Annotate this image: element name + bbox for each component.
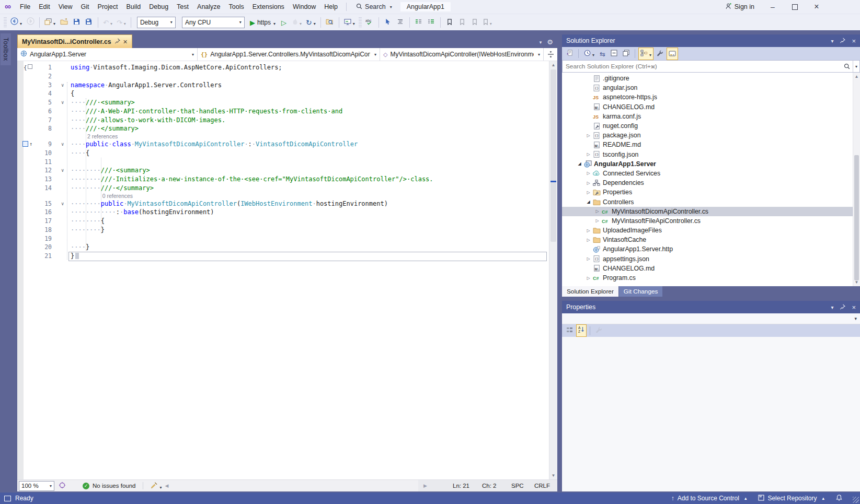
pointer-select-button[interactable] [382,17,394,28]
undo-button[interactable]: ↶ [101,17,114,28]
zoom-selector[interactable]: 100 % ▾ [19,481,54,491]
menu-extensions[interactable]: Extensions [248,0,289,14]
show-all-files-button[interactable] [621,48,632,60]
solution-configurations-combo[interactable]: Debug▾ [137,17,176,28]
menu-window[interactable]: Window [289,0,320,14]
menu-debug[interactable]: Debug [145,0,173,14]
format-selection-button[interactable] [426,17,437,28]
tree-item-controllers[interactable]: ◢Controllers [562,197,860,206]
navigate-backward-button[interactable] [9,16,24,28]
menu-build[interactable]: Build [122,0,145,14]
chevron-down-icon[interactable] [648,49,651,58]
project-dropdown[interactable]: AngularApp1.Server [17,48,198,61]
editor-vertical-scrollbar[interactable]: ▲ ▼ [549,61,557,479]
expand-arrow-icon[interactable]: ▷ [585,171,592,175]
switch-views-button[interactable] [564,48,575,60]
menu-analyze[interactable]: Analyze [193,0,224,14]
chevron-down-icon[interactable] [109,18,112,27]
view-selector-button[interactable] [638,48,653,60]
open-file-button[interactable] [58,17,70,28]
scroll-up-icon[interactable]: ▲ [853,73,860,80]
format-document-button[interactable] [413,17,425,28]
pin-icon[interactable] [840,38,845,44]
notifications-bell-icon[interactable] [836,494,842,503]
scrollbar-thumb[interactable] [854,155,859,280]
expand-arrow-icon[interactable]: ▷ [585,152,592,157]
add-to-source-control-button[interactable]: ↑ Add to Source Control [671,495,747,502]
scrollbar-thumb[interactable] [551,69,556,242]
fold-chevron-icon[interactable]: ∨ [61,98,64,107]
previous-bookmark-button[interactable] [456,17,468,28]
tree-item-tsconfig-json[interactable]: ▷{}tsconfig.json [562,150,860,159]
tree-item-angular-json[interactable]: {}angular.json [562,83,860,92]
document-health-indicator[interactable]: ✓ No issues found [83,483,135,489]
intellicode-icon[interactable] [56,482,68,490]
member-dropdown[interactable]: ◇ MyVintasoftDicomApiController(IWebHost… [380,48,543,61]
expand-arrow-icon[interactable]: ▷ [585,133,592,138]
close-icon[interactable]: × [123,39,128,44]
object-selector-combo[interactable]: ▾ [562,313,860,324]
navigate-forward-button[interactable] [25,16,36,28]
tree-item-aspnetcore-https-js[interactable]: JSaspnetcore-https.js [562,92,860,102]
toggle-bookmark-button[interactable] [444,17,455,28]
tree-item-changelog-md[interactable]: M↓CHANGELOG.md [562,102,860,112]
chevron-down-icon[interactable] [591,49,594,58]
code-structure-button[interactable] [395,17,406,28]
menu-tools[interactable]: Tools [225,0,248,14]
pin-icon[interactable] [114,38,120,45]
properties-tool-button[interactable] [655,48,666,60]
menu-project[interactable]: Project [94,0,122,14]
chevron-down-icon[interactable] [122,18,126,27]
expand-arrow-icon[interactable]: ▷ [594,209,601,214]
expand-arrow-icon[interactable]: ▷ [585,256,592,261]
spell-checker-button[interactable]: abc [364,17,375,28]
restart-application-button[interactable]: ↻ [304,17,317,28]
find-in-files-button[interactable] [324,17,336,28]
fold-chevron-icon[interactable]: ∨ [61,140,64,149]
search-icon[interactable] [841,63,853,69]
tree-item-changelog-md[interactable]: M↓CHANGELOG.md [562,264,860,273]
sync-with-active-document-button[interactable]: ⇆ [598,48,607,60]
tree-item-program-cs[interactable]: ▷C#Program.cs [562,273,860,283]
solution-platforms-combo[interactable]: Any CPU▾ [182,17,245,28]
type-dropdown[interactable]: {} AngularApp1.Server.Controllers.MyVint… [198,48,380,61]
tree-item-readme-md[interactable]: M↓README.md [562,140,860,149]
tree-item-nuget-config[interactable]: nuget.config [562,121,860,131]
chevron-down-icon[interactable] [52,18,55,27]
search-options-dropdown-icon[interactable]: ▾ [853,61,859,72]
tree-item-angularapp1-server[interactable]: ◢AngularApp1.Server [562,159,860,169]
tree-item-connected-services[interactable]: ▷Connected Services [562,169,860,178]
codelens-references[interactable]: 0 references [17,193,549,200]
save-button[interactable] [71,17,82,28]
tree-item-properties[interactable]: ▷Properties [562,187,860,197]
column-indicator[interactable]: Ch: 2 [482,483,504,489]
toolbar-drag-handle[interactable] [4,17,7,28]
tree-item-uploadedimagefiles[interactable]: ▷UploadedImageFiles [562,226,860,235]
code-editor[interactable]: 1{using·Vintasoft.Imaging.Dicom.AspNetCo… [17,61,557,479]
property-pages-button[interactable] [593,324,604,337]
active-files-dropdown-icon[interactable]: ▾ [540,40,542,45]
menu-edit[interactable]: Edit [35,0,54,14]
alphabetical-button[interactable]: AZ [576,324,587,337]
menu-help[interactable]: Help [320,0,342,14]
codelens-references[interactable]: 2 references [17,133,549,140]
fold-chevron-icon[interactable]: ∨ [61,200,64,208]
menu-view[interactable]: View [54,0,77,14]
space-indicator[interactable]: SPC [511,483,527,489]
navigate-home-button[interactable] [342,17,357,28]
pin-icon[interactable] [840,304,845,311]
tree-item--gitignore[interactable]: .gitignore [562,74,860,83]
tree-item-package-json[interactable]: ▷{}package.json [562,131,860,140]
editor-options-gear-icon[interactable]: ⚙ [547,38,553,46]
start-debugging-button[interactable]: ▶https [248,17,277,28]
tree-item-myvintasoftdicomapicontroller-cs[interactable]: ▷C#MyVintasoftDicomApiController.cs [562,207,860,216]
close-icon[interactable]: × [852,303,856,311]
tab-solution-explorer[interactable]: Solution Explorer [562,286,618,297]
fold-chevron-icon[interactable]: ∨ [61,166,64,175]
line-indicator[interactable]: Ln: 21 [453,483,475,489]
chevron-down-icon[interactable] [488,18,492,27]
code-cleanup-broom-icon[interactable] [151,482,162,490]
maximize-button[interactable] [784,0,806,14]
tree-item-appsettings-json[interactable]: ▷{}appsettings.json [562,254,860,264]
tree-item-karma-conf-js[interactable]: JSkarma.conf.js [562,112,860,121]
